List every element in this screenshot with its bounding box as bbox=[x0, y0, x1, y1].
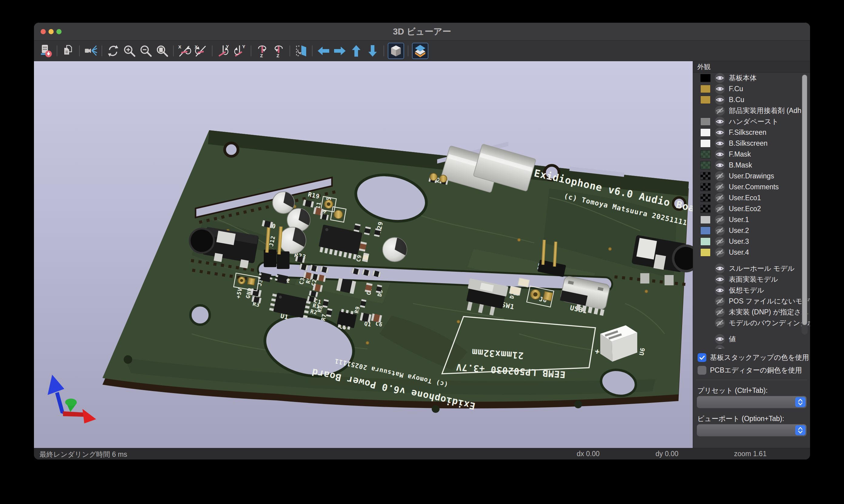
layer-color-swatch[interactable] bbox=[700, 107, 711, 115]
move-left-button[interactable] bbox=[315, 42, 332, 59]
layer-row[interactable]: User.Eco2 bbox=[693, 203, 810, 214]
rotate-x-clockwise-button[interactable]: X bbox=[176, 42, 193, 59]
visibility-eye-icon[interactable] bbox=[715, 204, 725, 214]
layer-row[interactable]: 部品実装用接着剤 (Adhe bbox=[693, 105, 810, 116]
visibility-eye-icon[interactable] bbox=[715, 274, 725, 284]
layer-color-swatch[interactable] bbox=[700, 85, 711, 93]
visibility-eye-icon[interactable] bbox=[715, 334, 725, 344]
visibility-eye-icon[interactable] bbox=[715, 237, 725, 247]
zoom-out-button[interactable] bbox=[138, 42, 154, 59]
layer-row[interactable]: B.Silkscreen bbox=[693, 138, 810, 149]
layer-color-swatch[interactable] bbox=[700, 74, 711, 82]
layer-row[interactable]: 値 bbox=[693, 334, 810, 344]
preset-select[interactable] bbox=[697, 396, 807, 408]
rotate-z-clockwise-button[interactable]: Z bbox=[254, 42, 271, 59]
layer-color-swatch[interactable] bbox=[700, 96, 711, 104]
layer-row[interactable]: User.1 bbox=[693, 214, 810, 225]
visibility-eye-icon[interactable] bbox=[715, 160, 725, 170]
layer-color-swatch[interactable] bbox=[700, 172, 711, 180]
layer-row[interactable]: B.Mask bbox=[693, 160, 810, 170]
move-down-button[interactable] bbox=[364, 42, 381, 59]
visibility-eye-icon[interactable] bbox=[715, 296, 725, 306]
visibility-eye-icon[interactable] bbox=[715, 171, 725, 181]
layer-color-swatch[interactable] bbox=[700, 161, 711, 169]
copy-image-button[interactable] bbox=[60, 42, 76, 59]
layer-color-swatch[interactable] bbox=[700, 265, 711, 273]
layer-row[interactable]: F.Mask bbox=[693, 149, 810, 160]
export-board-image-button[interactable] bbox=[38, 42, 54, 59]
visibility-eye-icon[interactable] bbox=[715, 193, 725, 203]
checkbox-unchecked-icon[interactable] bbox=[697, 366, 706, 375]
layer-row[interactable]: POS ファイルにないモデ bbox=[693, 295, 810, 307]
visibility-eye-icon[interactable] bbox=[715, 116, 725, 127]
visibility-eye-icon[interactable] bbox=[715, 127, 725, 138]
select-stepper-icon[interactable] bbox=[795, 397, 806, 407]
rotate-x-counterclockwise-button[interactable]: X bbox=[193, 42, 209, 59]
layer-color-swatch[interactable] bbox=[700, 194, 711, 202]
layer-row[interactable] bbox=[693, 344, 810, 348]
visibility-eye-icon[interactable] bbox=[715, 307, 725, 317]
layer-color-swatch[interactable] bbox=[700, 335, 711, 343]
viewport-select[interactable] bbox=[697, 424, 807, 436]
visibility-eye-icon[interactable] bbox=[715, 149, 725, 159]
visibility-eye-icon[interactable] bbox=[715, 345, 725, 349]
rotate-y-counterclockwise-button[interactable]: Y bbox=[231, 42, 248, 59]
layer-row[interactable]: User.4 bbox=[693, 247, 810, 258]
layer-color-swatch[interactable] bbox=[700, 346, 711, 349]
render-view-button[interactable] bbox=[83, 42, 99, 59]
layer-color-swatch[interactable] bbox=[700, 128, 711, 137]
layer-row[interactable]: User.Drawings bbox=[693, 170, 810, 181]
rotate-z-counterclockwise-button[interactable]: Z bbox=[271, 42, 287, 59]
visibility-eye-icon[interactable] bbox=[715, 84, 725, 94]
visibility-eye-icon[interactable] bbox=[715, 182, 725, 192]
zoom-in-button[interactable] bbox=[121, 42, 138, 59]
visibility-eye-icon[interactable] bbox=[715, 106, 725, 116]
visibility-eye-icon[interactable] bbox=[715, 318, 725, 328]
move-right-button[interactable] bbox=[332, 42, 348, 59]
visibility-eye-icon[interactable] bbox=[715, 95, 725, 105]
layer-row[interactable]: スルーホール モデル bbox=[693, 263, 810, 274]
layer-color-swatch[interactable] bbox=[700, 275, 711, 284]
layer-color-swatch[interactable] bbox=[700, 150, 711, 158]
use-stackup-colors-checkbox[interactable]: 基板スタックアップの色を使用 bbox=[697, 353, 809, 362]
layer-color-swatch[interactable] bbox=[700, 118, 711, 126]
layer-color-swatch[interactable] bbox=[700, 139, 711, 147]
visibility-eye-icon[interactable] bbox=[715, 285, 725, 295]
orthographic-projection-toggle[interactable] bbox=[388, 43, 404, 59]
layer-row[interactable]: B.Cu bbox=[693, 94, 810, 105]
visibility-eye-icon[interactable] bbox=[715, 248, 725, 257]
layer-row[interactable]: User.3 bbox=[693, 236, 810, 247]
layer-color-swatch[interactable] bbox=[700, 286, 711, 294]
layer-row[interactable]: F.Silkscreen bbox=[693, 127, 810, 138]
layer-row[interactable]: 基板本体 bbox=[693, 72, 810, 83]
layer-row[interactable]: 表面実装モデル bbox=[693, 274, 810, 285]
layer-row[interactable]: F.Cu bbox=[693, 83, 810, 94]
layer-row[interactable]: モデルのバウンディングボ bbox=[693, 318, 810, 328]
layer-color-swatch[interactable] bbox=[700, 248, 711, 256]
flip-board-button[interactable] bbox=[293, 42, 309, 59]
visibility-eye-icon[interactable] bbox=[715, 264, 725, 273]
checkbox-checked-icon[interactable] bbox=[697, 353, 706, 362]
visibility-eye-icon[interactable] bbox=[715, 73, 725, 83]
layer-row[interactable]: ハンダペースト bbox=[693, 116, 810, 127]
layer-row[interactable]: User.2 bbox=[693, 225, 810, 236]
visibility-eye-icon[interactable] bbox=[715, 226, 725, 236]
use-pcb-editor-copper-checkbox[interactable]: PCBエディターの銅色を使用 bbox=[697, 365, 802, 375]
move-up-button[interactable] bbox=[348, 42, 364, 59]
layer-row[interactable]: 未実装 (DNP) が指定され bbox=[693, 307, 810, 318]
layer-color-swatch[interactable] bbox=[700, 297, 711, 305]
select-stepper-icon[interactable] bbox=[795, 425, 806, 435]
3d-viewport[interactable]: Exidiophone v6.0 Audio Board(c) Tomoya M… bbox=[34, 61, 693, 448]
layer-color-swatch[interactable] bbox=[700, 216, 711, 224]
visibility-eye-icon[interactable] bbox=[715, 139, 725, 148]
rotate-y-clockwise-button[interactable]: Y bbox=[215, 42, 231, 59]
layer-row[interactable]: User.Comments bbox=[693, 181, 810, 192]
visibility-eye-icon[interactable] bbox=[715, 215, 725, 225]
layer-list-scrollbar[interactable] bbox=[802, 74, 808, 335]
layer-color-swatch[interactable] bbox=[700, 308, 711, 316]
redraw-button[interactable] bbox=[105, 42, 121, 59]
layer-color-swatch[interactable] bbox=[700, 319, 711, 327]
layer-row[interactable]: 仮想モデル bbox=[693, 285, 810, 295]
appearance-manager-toggle[interactable] bbox=[412, 43, 428, 59]
layer-color-swatch[interactable] bbox=[700, 183, 711, 191]
